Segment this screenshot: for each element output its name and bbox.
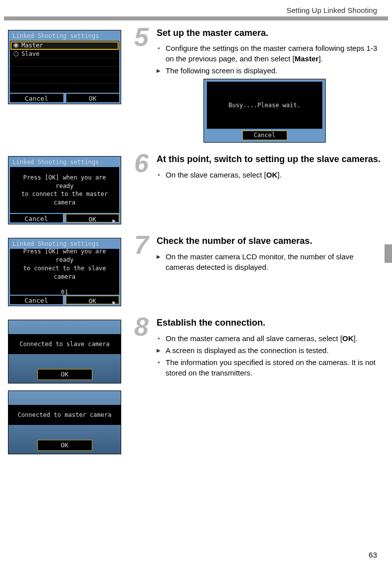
radio-selected-icon xyxy=(13,43,18,48)
step-number-7: 7 xyxy=(128,235,154,255)
page-header-title: Setting Up Linked Shooting xyxy=(286,6,377,14)
step-7: Linked Shooting settings Press [OK] when… xyxy=(8,235,381,306)
instruction-item: The information you specified is stored … xyxy=(157,357,381,378)
step-title: At this point, switch to setting up the … xyxy=(157,154,381,165)
header-divider xyxy=(4,16,388,20)
instruction-item: Configure the settings on the master cam… xyxy=(157,43,381,64)
page-number: 63 xyxy=(369,551,377,559)
step-number-5: 5 xyxy=(128,27,154,47)
lcd-ok-button: OK xyxy=(37,440,92,451)
instruction-item: On the slave cameras, select [OK]. xyxy=(157,170,381,180)
lcd-ok-button: OK▶ xyxy=(66,296,120,304)
lcd-step8-master: Connected to master camera OK xyxy=(8,390,121,454)
instruction-item: On the master camera LCD monitor, the nu… xyxy=(157,251,381,272)
lcd-ok-button: OK xyxy=(37,369,92,380)
instruction-item: The following screen is displayed. xyxy=(157,65,381,76)
lcd-message: Connected to slave camera xyxy=(8,334,121,354)
step-title: Check the number of slave cameras. xyxy=(157,235,381,247)
chapter-tab xyxy=(385,244,392,263)
radio-icon xyxy=(13,51,18,56)
lcd-count: 01 xyxy=(61,288,68,297)
lcd-busy: Busy....Please wait. Cancel xyxy=(203,79,326,143)
lcd-option-label: Master xyxy=(21,41,43,50)
step-5: Linked Shooting settings Master Slave xyxy=(8,27,381,150)
lcd-option-label: Slave xyxy=(21,50,39,58)
lcd-ok-button: OK▶ xyxy=(66,214,120,222)
step-number-8: 8 xyxy=(128,317,154,337)
content-area: Linked Shooting settings Master Slave xyxy=(8,27,381,465)
lcd-step5: Linked Shooting settings Master Slave xyxy=(8,30,121,104)
lcd-cancel-button: Cancel xyxy=(10,296,63,304)
chevron-right-icon: ▶ xyxy=(112,216,116,225)
step-title: Establish the connection. xyxy=(157,317,381,329)
instruction-item: A screen is displayed as the connection … xyxy=(157,345,381,356)
lcd-busy-message: Busy....Please wait. xyxy=(206,81,323,129)
lcd-step8-slave: Connected to slave camera OK xyxy=(8,320,121,383)
lcd-option-master: Master xyxy=(10,41,119,50)
lcd-cancel-button: Cancel xyxy=(10,214,63,222)
lcd-option-slave: Slave xyxy=(10,50,119,58)
lcd-step7: Linked Shooting settings Press [OK] when… xyxy=(8,238,121,306)
lcd-title: Linked Shooting settings xyxy=(8,157,121,167)
lcd-ok-button: OK xyxy=(66,94,120,102)
chevron-right-icon: ▶ xyxy=(112,298,116,307)
lcd-title: Linked Shooting settings xyxy=(8,30,121,41)
step-8: Connected to slave camera OK Connected t… xyxy=(8,317,381,461)
lcd-cancel-button: Cancel xyxy=(10,94,63,102)
step-6: Linked Shooting settings Press [OK] when… xyxy=(8,154,381,224)
lcd-step6: Linked Shooting settings Press [OK] when… xyxy=(8,156,121,224)
lcd-cancel-button: Cancel xyxy=(242,131,287,140)
step-number-6: 6 xyxy=(128,154,154,173)
lcd-message: Connected to master camera xyxy=(8,405,121,425)
step-title: Set up the master camera. xyxy=(157,27,381,39)
lcd-message: Press [OK] when you are readyto connect … xyxy=(10,167,119,213)
lcd-message: Press [OK] when you are readyto connect … xyxy=(10,249,119,295)
instruction-item: On the master camera and all slave camer… xyxy=(157,333,381,344)
